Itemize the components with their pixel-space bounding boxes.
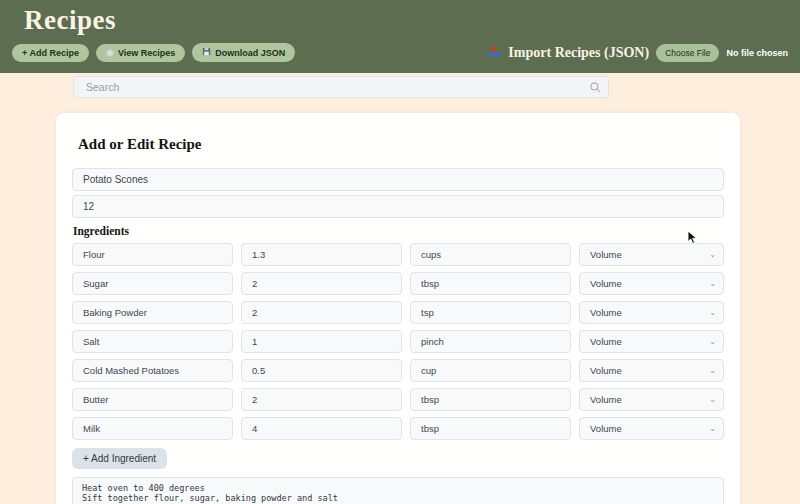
add-ingredient-button[interactable]: + Add Ingredient bbox=[72, 448, 167, 469]
chevron-down-icon: ⌄ bbox=[709, 280, 716, 288]
form-title: Add or Edit Recipe bbox=[78, 136, 724, 153]
ingredient-row: Volume ⌄ bbox=[72, 388, 724, 411]
import-recipes-label: Import Recipes (JSON) bbox=[508, 45, 649, 61]
view-recipes-button[interactable]: View Recipes bbox=[96, 44, 185, 62]
ingredient-row: Volume ⌄ bbox=[72, 359, 724, 382]
recipe-name-input[interactable] bbox=[72, 168, 724, 191]
no-file-chosen-text: No file chosen bbox=[726, 48, 788, 58]
servings-input[interactable] bbox=[72, 195, 724, 218]
unit-system-value: Volume bbox=[590, 394, 622, 405]
unit-system-value: Volume bbox=[590, 423, 622, 434]
download-json-label: Download JSON bbox=[215, 48, 285, 58]
view-recipes-label: View Recipes bbox=[118, 48, 175, 58]
ingredient-unit-input[interactable] bbox=[410, 301, 571, 324]
ingredient-unit-input[interactable] bbox=[410, 243, 571, 266]
unit-system-select[interactable]: Volume ⌄ bbox=[579, 388, 724, 411]
unit-system-select[interactable]: Volume ⌄ bbox=[579, 359, 724, 382]
unit-system-select[interactable]: Volume ⌄ bbox=[579, 243, 724, 266]
ingredient-unit-input[interactable] bbox=[410, 417, 571, 440]
unit-system-select[interactable]: Volume ⌄ bbox=[579, 272, 724, 295]
ingredient-name-input[interactable] bbox=[72, 388, 233, 411]
chevron-down-icon: ⌄ bbox=[709, 251, 716, 259]
view-icon bbox=[106, 49, 114, 57]
choose-file-button[interactable]: Choose File bbox=[656, 44, 719, 62]
ingredient-quantity-input[interactable] bbox=[241, 272, 402, 295]
ingredient-name-input[interactable] bbox=[72, 243, 233, 266]
unit-system-select[interactable]: Volume ⌄ bbox=[579, 301, 724, 324]
ingredient-quantity-input[interactable] bbox=[241, 243, 402, 266]
search-input[interactable] bbox=[73, 76, 609, 98]
chevron-down-icon: ⌄ bbox=[709, 396, 716, 404]
search-section bbox=[0, 73, 800, 98]
import-recipes-group: Import Recipes (JSON) Choose File No fil… bbox=[488, 44, 788, 62]
chevron-down-icon: ⌄ bbox=[709, 425, 716, 433]
ingredient-row: Volume ⌄ bbox=[72, 301, 724, 324]
header-toolbar: + Add Recipe View Recipes Download JSON … bbox=[12, 43, 788, 62]
ingredient-quantity-input[interactable] bbox=[241, 330, 402, 353]
ingredient-name-input[interactable] bbox=[72, 417, 233, 440]
unit-system-value: Volume bbox=[590, 249, 622, 260]
add-recipe-button[interactable]: + Add Recipe bbox=[12, 44, 89, 62]
ingredient-row: Volume ⌄ bbox=[72, 272, 724, 295]
ingredient-row: Volume ⌄ bbox=[72, 243, 724, 266]
ingredient-name-input[interactable] bbox=[72, 272, 233, 295]
search-icon bbox=[589, 80, 602, 98]
add-recipe-label: + Add Recipe bbox=[22, 48, 79, 58]
ingredient-name-input[interactable] bbox=[72, 330, 233, 353]
unit-system-select[interactable]: Volume ⌄ bbox=[579, 417, 724, 440]
app-header: Recipes + Add Recipe View Recipes Downlo… bbox=[0, 0, 800, 73]
inbox-tray-icon bbox=[488, 44, 501, 62]
search-wrapper bbox=[73, 76, 609, 98]
ingredient-row: Volume ⌄ bbox=[72, 417, 724, 440]
unit-system-select[interactable]: Volume ⌄ bbox=[579, 330, 724, 353]
unit-system-value: Volume bbox=[590, 278, 622, 289]
recipe-form-card: Add or Edit Recipe Ingredients Volume ⌄ … bbox=[56, 113, 740, 504]
instructions-textarea[interactable]: Heat oven to 400 degrees Sift together f… bbox=[72, 477, 724, 504]
unit-system-value: Volume bbox=[590, 336, 622, 347]
page-title: Recipes bbox=[24, 5, 788, 36]
ingredient-quantity-input[interactable] bbox=[241, 301, 402, 324]
ingredients-label: Ingredients bbox=[73, 225, 724, 237]
floppy-disk-icon bbox=[202, 47, 211, 58]
ingredient-quantity-input[interactable] bbox=[241, 359, 402, 382]
ingredient-quantity-input[interactable] bbox=[241, 388, 402, 411]
ingredient-unit-input[interactable] bbox=[410, 272, 571, 295]
ingredient-row: Volume ⌄ bbox=[72, 330, 724, 353]
chevron-down-icon: ⌄ bbox=[709, 338, 716, 346]
ingredient-name-input[interactable] bbox=[72, 301, 233, 324]
unit-system-value: Volume bbox=[590, 307, 622, 318]
unit-system-value: Volume bbox=[590, 365, 622, 376]
chevron-down-icon: ⌄ bbox=[709, 309, 716, 317]
ingredient-unit-input[interactable] bbox=[410, 388, 571, 411]
ingredient-unit-input[interactable] bbox=[410, 359, 571, 382]
download-json-button[interactable]: Download JSON bbox=[192, 43, 295, 62]
ingredient-unit-input[interactable] bbox=[410, 330, 571, 353]
ingredient-quantity-input[interactable] bbox=[241, 417, 402, 440]
chevron-down-icon: ⌄ bbox=[709, 367, 716, 375]
ingredient-name-input[interactable] bbox=[72, 359, 233, 382]
